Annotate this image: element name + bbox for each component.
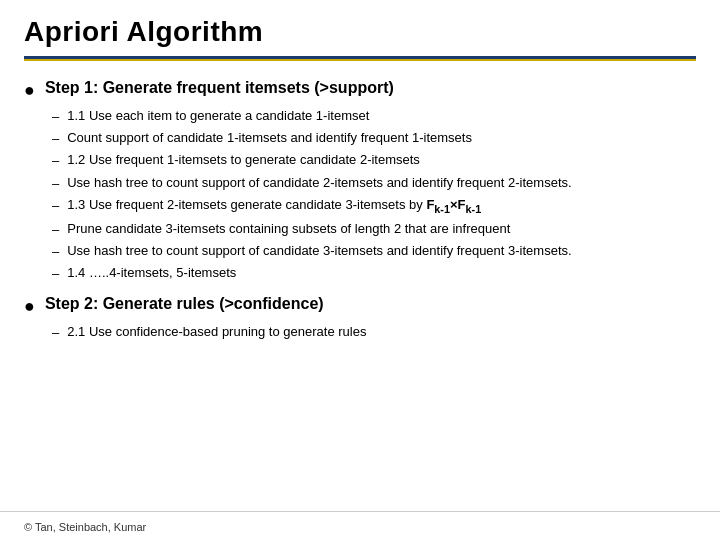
step2-header: ● Step 2: Generate rules (>confidence) (24, 295, 696, 317)
dash-icon: – (52, 108, 59, 126)
step1-bullet: ● (24, 80, 35, 101)
item-text: 2.1 Use confidence-based pruning to gene… (67, 323, 366, 341)
item-text: 1.1 Use each item to generate a candidat… (67, 107, 369, 125)
page-title: Apriori Algorithm (24, 16, 696, 48)
header: Apriori Algorithm (0, 0, 720, 56)
dash-icon: – (52, 243, 59, 261)
step1-items: – 1.1 Use each item to generate a candid… (52, 107, 696, 283)
dash-icon: – (52, 152, 59, 170)
list-item: – Count support of candidate 1-itemsets … (52, 129, 696, 148)
list-item: – Use hash tree to count support of cand… (52, 174, 696, 193)
item-text: 1.2 Use frequent 1-itemsets to generate … (67, 151, 420, 169)
item-text: Prune candidate 3-itemsets containing su… (67, 220, 510, 238)
step1-section: ● Step 1: Generate frequent itemsets (>s… (24, 79, 696, 283)
step1-header: ● Step 1: Generate frequent itemsets (>s… (24, 79, 696, 101)
step2-bullet: ● (24, 296, 35, 317)
step2-title: Step 2: Generate rules (>confidence) (45, 295, 324, 313)
dash-icon: – (52, 324, 59, 342)
content-area: ● Step 1: Generate frequent itemsets (>s… (0, 71, 720, 511)
item-text: Use hash tree to count support of candid… (67, 242, 571, 260)
list-item: – 1.2 Use frequent 1-itemsets to generat… (52, 151, 696, 170)
page-container: Apriori Algorithm ● Step 1: Generate fre… (0, 0, 720, 540)
step2-items: – 2.1 Use confidence-based pruning to ge… (52, 323, 696, 342)
list-item: – 1.1 Use each item to generate a candid… (52, 107, 696, 126)
item-text: 1.3 Use frequent 2-itemsets generate can… (67, 196, 481, 217)
divider-gold (24, 59, 696, 61)
dash-icon: – (52, 175, 59, 193)
list-item: – 1.4 …..4-itemsets, 5-itemsets (52, 264, 696, 283)
dash-icon: – (52, 130, 59, 148)
list-item: – Use hash tree to count support of cand… (52, 242, 696, 261)
list-item: – Prune candidate 3-itemsets containing … (52, 220, 696, 239)
item-text: 1.4 …..4-itemsets, 5-itemsets (67, 264, 236, 282)
footer-text: © Tan, Steinbach, Kumar (24, 521, 146, 533)
list-item: – 2.1 Use confidence-based pruning to ge… (52, 323, 696, 342)
step2-section: ● Step 2: Generate rules (>confidence) –… (24, 295, 696, 342)
item-text: Use hash tree to count support of candid… (67, 174, 571, 192)
footer: © Tan, Steinbach, Kumar (0, 511, 720, 540)
list-item: – 1.3 Use frequent 2-itemsets generate c… (52, 196, 696, 217)
dash-icon: – (52, 197, 59, 215)
item-text: Count support of candidate 1-itemsets an… (67, 129, 472, 147)
dash-icon: – (52, 221, 59, 239)
step1-title: Step 1: Generate frequent itemsets (>sup… (45, 79, 394, 97)
dash-icon: – (52, 265, 59, 283)
